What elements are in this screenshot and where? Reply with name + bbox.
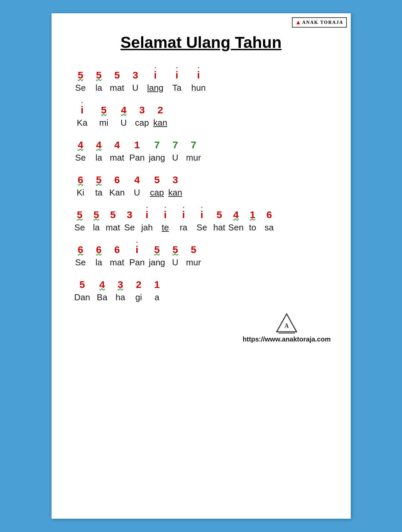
note-cell-line7-2: 3: [111, 274, 130, 290]
note-cell-line2-1: 5: [93, 100, 115, 116]
lyric-line3-6: mur: [186, 153, 201, 163]
note-cell-line5-6: i·: [175, 204, 193, 220]
note-line5-10: 1: [250, 204, 255, 220]
notes-row-line1: 5553i·i·i·: [71, 65, 331, 81]
lyric-line5-9: Sen: [228, 222, 243, 233]
note-cell-line1-0: 5: [71, 65, 90, 81]
lyric-line5-7: Se: [197, 222, 207, 233]
notes-row-line7: 54321: [71, 274, 331, 290]
lyric-line1-0: Se: [75, 83, 86, 93]
note-cell-line2-2: 4: [115, 100, 133, 116]
note-cell-line7-3: 2: [130, 274, 148, 290]
notes-row-line3: 4441777: [71, 135, 331, 151]
note-cell-line6-2: 6: [108, 239, 126, 255]
lyric-line5-10: to: [249, 222, 256, 233]
lyric-cell-line5-10: to: [244, 222, 261, 233]
note-line7-2: 3: [118, 274, 123, 290]
note-line4-4: 5: [154, 170, 160, 186]
lyric-cell-line3-5: U: [166, 153, 185, 163]
note-cell-line3-2: 4: [108, 135, 126, 151]
note-cell-line7-4: 1: [148, 274, 166, 290]
note-cell-line1-2: 5: [108, 65, 126, 81]
note-line4-0: 6: [78, 170, 83, 186]
lyric-line1-4: lang: [147, 83, 163, 93]
note-cell-line6-6: 5: [185, 239, 203, 255]
note-line1-1: 5: [96, 65, 102, 81]
lyric-line1-1: la: [95, 83, 102, 93]
note-line3-3: 1: [134, 135, 140, 151]
section-line4: 656453KitaKanUcapkan: [71, 170, 331, 198]
note-line1-5: i·: [176, 65, 178, 81]
lyric-line6-2: mat: [110, 257, 124, 268]
note-line3-1: 4: [96, 135, 102, 151]
note-cell-line7-0: 5: [71, 274, 93, 290]
note-line1-0: 5: [78, 65, 83, 81]
sheet-music: 5553i·i·i·SelamatUlangTahuni·5432KamiUca…: [71, 65, 331, 303]
lyric-cell-line6-4: jang: [148, 257, 166, 268]
watermark-top: ▲ ANAK TORAJA: [292, 17, 347, 28]
lyric-line3-1: la: [95, 153, 102, 163]
lyric-line1-2: mat: [110, 83, 124, 93]
notes-row-line2: i·5432: [71, 100, 331, 116]
lyric-cell-line5-9: Sen: [228, 222, 244, 233]
note-cell-line4-5: 3: [166, 170, 185, 186]
note-line5-6: i·: [182, 204, 185, 220]
lyric-line2-1: mi: [99, 118, 108, 128]
lyric-cell-line3-1: la: [90, 153, 108, 163]
section-line6: 666i·555SelamatPanjangUmur: [71, 239, 331, 268]
lyric-cell-line5-5: te: [156, 222, 175, 233]
section-line3: 4441777SelamatPanjangUmur: [71, 135, 331, 163]
note-cell-line3-0: 4: [71, 135, 90, 151]
lyric-cell-line1-5: Ta: [166, 83, 188, 93]
note-line5-9: 4: [233, 204, 239, 220]
note-line6-0: 6: [78, 239, 83, 255]
note-line7-1: 4: [99, 274, 105, 290]
lyric-cell-line3-3: Pan: [126, 153, 148, 163]
lyric-line7-0: Dan: [74, 292, 90, 303]
notes-row-line4: 656453: [71, 170, 331, 186]
note-line6-2: 6: [114, 239, 120, 255]
lyric-cell-line4-3: U: [126, 188, 148, 198]
note-cell-line2-3: 3: [133, 100, 151, 116]
lyric-cell-line5-7: Se: [193, 222, 211, 233]
lyric-cell-line6-6: mur: [185, 257, 203, 268]
lyric-line4-1: ta: [95, 188, 102, 198]
note-line3-2: 4: [114, 135, 120, 151]
lyric-line5-6: ra: [180, 222, 187, 233]
lyric-line2-0: Ka: [77, 118, 87, 128]
note-line4-5: 3: [173, 170, 178, 186]
note-cell-line1-4: i·: [145, 65, 166, 81]
lyric-cell-line5-6: ra: [175, 222, 193, 233]
lyric-cell-line2-3: cap: [133, 118, 151, 128]
lyric-cell-line3-0: Se: [71, 153, 90, 163]
note-cell-line6-3: i·: [126, 239, 148, 255]
note-cell-line2-0: i·: [71, 100, 93, 116]
note-cell-line1-6: i·: [188, 65, 209, 81]
watermark-icon: ▲: [295, 19, 302, 26]
note-line7-0: 5: [79, 274, 85, 290]
note-cell-line5-2: 5: [105, 204, 121, 220]
lyric-line4-4: cap: [150, 188, 164, 198]
lyric-line7-4: a: [155, 292, 159, 303]
note-cell-line4-2: 6: [108, 170, 126, 186]
note-line2-1: 5: [101, 100, 107, 116]
note-line2-4: 2: [158, 100, 163, 116]
note-line5-8: 5: [216, 204, 222, 220]
website-url: https://www.anaktoraja.com: [243, 335, 331, 343]
lyric-line3-5: U: [172, 153, 179, 163]
note-line5-1: 5: [93, 204, 99, 220]
lyric-line6-5: U: [172, 257, 179, 268]
lyric-cell-line4-1: ta: [90, 188, 108, 198]
lyric-line5-5: te: [162, 222, 169, 233]
lyric-line2-2: U: [121, 118, 127, 128]
note-line6-1: 6: [96, 239, 102, 255]
note-cell-line5-11: 6: [261, 204, 278, 220]
note-line1-3: 3: [133, 65, 138, 81]
note-line2-2: 4: [121, 100, 127, 116]
note-line5-2: 5: [110, 204, 116, 220]
lyric-line4-5: kan: [168, 188, 182, 198]
lyric-cell-line5-3: Se: [121, 222, 138, 233]
svg-text:■■: ■■: [285, 334, 288, 334]
lyric-cell-line7-2: ha: [111, 292, 130, 303]
lyric-cell-line3-4: jang: [148, 153, 166, 163]
